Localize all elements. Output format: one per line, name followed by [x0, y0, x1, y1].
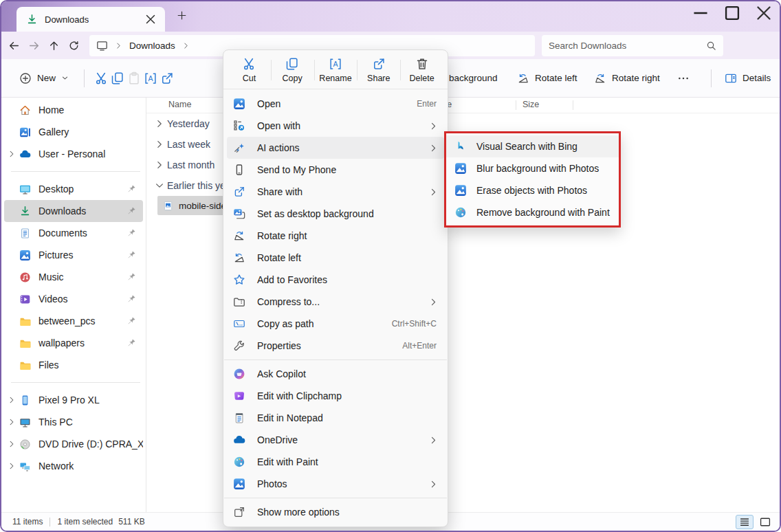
cmd-share-button[interactable]: Share [357, 53, 400, 87]
cmd-copy-button[interactable]: Copy [271, 53, 314, 87]
home-icon [19, 104, 31, 116]
copy-button[interactable] [111, 71, 124, 85]
sidebar-item-downloads[interactable]: Downloads [4, 200, 143, 222]
menu-item-photos[interactable]: Photos [227, 473, 444, 495]
maximize-button[interactable] [716, 1, 748, 25]
sidebar-item-user-personal[interactable]: User - Personal [4, 143, 143, 165]
cmd-cut-button[interactable]: Cut [228, 53, 271, 87]
ai-submenu-item-label: Erase objects with Photos [476, 185, 610, 196]
sidebar-item-network[interactable]: Network [4, 455, 143, 477]
menu-item-label: Properties [257, 340, 402, 351]
chevron-right-icon[interactable] [4, 396, 19, 404]
photo-icon [454, 184, 467, 197]
rotate-right-button[interactable]: Rotate right [594, 59, 660, 97]
sidebar-item-this-pc[interactable]: This PC [4, 411, 143, 433]
set-as-background-button[interactable]: background [449, 59, 498, 97]
chevron-right-icon[interactable] [155, 119, 164, 129]
sidebar-item-wallpapers[interactable]: wallpapers [4, 332, 143, 354]
new-button[interactable]: New [12, 68, 76, 89]
tab-downloads[interactable]: Downloads [16, 7, 165, 32]
menu-item-edit-with-clipchamp[interactable]: Edit with Clipchamp [227, 385, 444, 407]
menu-item-set-as-desktop-background[interactable]: Set as desktop background [227, 203, 444, 225]
context-menu-command-bar: CutCopyARenameShareDelete [223, 50, 448, 89]
ai-submenu-item-blur-background-with-photos[interactable]: Blur background with Photos [446, 157, 619, 179]
column-divider[interactable] [516, 100, 516, 110]
chevron-right-icon[interactable] [4, 440, 19, 448]
menu-item-compress-to[interactable]: Compress to... [227, 291, 444, 313]
sidebar-item-between-pcs[interactable]: between_pcs [4, 310, 143, 332]
chevron-right-icon[interactable] [155, 160, 164, 170]
menu-item-share-with[interactable]: Share with [227, 181, 444, 203]
see-more-button[interactable] [677, 59, 690, 97]
cut-button[interactable] [94, 71, 108, 85]
chevron-down-icon[interactable] [155, 181, 164, 190]
sidebar-item-files[interactable]: Files [4, 354, 143, 376]
sidebar-item-pictures[interactable]: Pictures [4, 244, 143, 266]
sidebar-item-desktop[interactable]: Desktop [4, 178, 143, 200]
menu-item-rotate-left[interactable]: Rotate left [227, 247, 444, 269]
close-button[interactable] [748, 1, 780, 25]
menu-item-onedrive[interactable]: OneDrive [227, 429, 444, 451]
ai-submenu-item-remove-background-with-paint[interactable]: Remove background with Paint [446, 201, 619, 223]
ai-submenu-item-visual-search-with-bing[interactable]: Visual Search with Bing [446, 135, 619, 157]
menu-item-add-to-favorites[interactable]: Add to Favorites [227, 269, 444, 291]
menu-item-open-with[interactable]: Open with [227, 115, 444, 137]
back-button[interactable] [8, 40, 20, 52]
cmd-delete-button[interactable]: Delete [400, 53, 443, 87]
bing-icon [454, 140, 467, 153]
image-file-icon [163, 201, 173, 211]
menu-item-properties[interactable]: PropertiesAlt+Enter [227, 335, 444, 357]
chevron-right-icon[interactable] [182, 42, 190, 49]
chevron-right-icon[interactable] [4, 418, 19, 426]
rename-button[interactable]: A [144, 71, 157, 85]
sidebar-item-music[interactable]: Music [4, 266, 143, 288]
sidebar-item-gallery[interactable]: Gallery [4, 121, 143, 143]
chevron-right-icon[interactable] [4, 462, 19, 470]
annotation-highlight-box: Visual Search with BingBlur background w… [444, 131, 621, 228]
forward-button[interactable] [28, 40, 40, 52]
breadcrumb-location[interactable]: Downloads [129, 41, 175, 51]
refresh-button[interactable] [68, 40, 80, 52]
menu-item-rotate-right[interactable]: Rotate right [227, 225, 444, 247]
share-button[interactable] [160, 71, 174, 85]
column-size[interactable]: Size [522, 100, 539, 109]
sidebar-item-home[interactable]: Home [4, 99, 143, 121]
rename-icon: A [329, 57, 342, 71]
cmd-rename-button[interactable]: ARename [314, 53, 358, 87]
sidebar-item-documents[interactable]: Documents [4, 222, 143, 244]
column-name[interactable]: Name [168, 100, 191, 109]
path-icon [233, 318, 245, 330]
menu-item-label: Send to My Phone [257, 164, 438, 175]
new-tab-button[interactable] [176, 10, 188, 21]
sidebar-item-videos[interactable]: Videos [4, 288, 143, 310]
menu-item-edit-in-notepad[interactable]: Edit in Notepad [227, 407, 444, 429]
search-box[interactable] [542, 35, 723, 56]
column-divider[interactable] [573, 100, 573, 110]
toolbar-divider [84, 69, 85, 87]
menu-item-copy-as-path[interactable]: Copy as pathCtrl+Shift+C [227, 313, 444, 335]
chevron-right-icon [4, 185, 19, 193]
paste-button[interactable] [127, 71, 141, 85]
menu-item-ai-actions[interactable]: AI actions [227, 137, 444, 159]
details-toggle-button[interactable]: Details [725, 59, 771, 97]
chevron-right-icon[interactable] [4, 150, 19, 158]
minimize-button[interactable] [685, 1, 716, 25]
menu-item-send-to-my-phone[interactable]: Send to My Phone [227, 159, 444, 181]
menu-item-show-more-options[interactable]: Show more options [227, 501, 444, 523]
sidebar-item-pixel-9-pro-xl[interactable]: Pixel 9 Pro XL [4, 389, 143, 411]
menu-separator [224, 498, 447, 498]
sidebar-item-dvd-drive-d-cpra-x64fre[interactable]: DVD Drive (D:) CPRA_X64FRE_ [4, 433, 143, 455]
ai-submenu-item-erase-objects-with-photos[interactable]: Erase objects with Photos [446, 179, 619, 201]
up-button[interactable] [48, 40, 60, 52]
sidebar-separator [11, 171, 140, 172]
search-input[interactable] [549, 41, 706, 51]
list-view-toggle[interactable] [736, 515, 754, 529]
rotate-left-button[interactable]: Rotate left [517, 59, 578, 97]
menu-item-ask-copilot[interactable]: Ask Copilot [227, 363, 444, 385]
thumbnail-view-toggle[interactable] [756, 515, 774, 529]
tab-close-icon[interactable] [143, 12, 158, 27]
chevron-right-icon[interactable] [155, 140, 164, 149]
menu-item-edit-with-paint[interactable]: Edit with Paint [227, 451, 444, 473]
menu-item-open[interactable]: OpenEnter [227, 93, 444, 115]
open-with-icon [233, 120, 245, 132]
